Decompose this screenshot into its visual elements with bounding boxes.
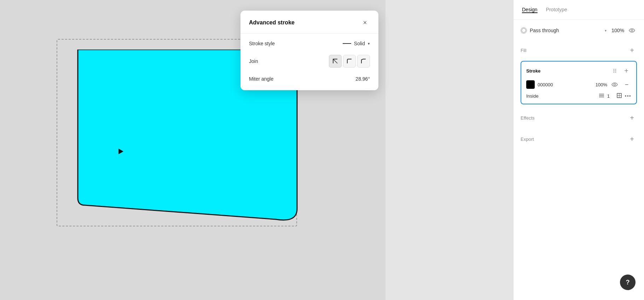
miter-join-icon <box>332 58 338 64</box>
chevron-down-icon: ▾ <box>368 41 370 46</box>
miter-angle-value[interactable]: 28.96° <box>355 76 370 82</box>
drag-dots-icon <box>613 68 617 73</box>
advanced-stroke-dialog: Advanced stroke × Stroke style Solid ▾ J… <box>240 11 378 90</box>
svg-point-7 <box>615 70 616 71</box>
stroke-width-value[interactable]: 1 <box>607 93 614 99</box>
svg-line-0 <box>333 59 337 63</box>
join-miter-button[interactable] <box>329 55 342 68</box>
stroke-color-hex[interactable]: 000000 <box>538 82 591 87</box>
stroke-visibility-button[interactable] <box>610 80 619 89</box>
stroke-drag-handle[interactable] <box>610 66 620 76</box>
eye-icon <box>629 28 635 33</box>
round-join-icon <box>346 58 353 64</box>
dialog-header: Advanced stroke × <box>240 11 378 34</box>
stroke-frame-icon <box>616 93 622 99</box>
dialog-body: Stroke style Solid ▾ Join <box>240 34 378 90</box>
miter-angle-label: Miter angle <box>249 76 273 82</box>
fill-section-header: Fill + <box>521 42 637 58</box>
svg-point-1 <box>522 28 526 33</box>
help-button[interactable]: ? <box>620 275 636 290</box>
effects-section-title: Effects <box>521 115 535 121</box>
svg-point-3 <box>614 69 614 70</box>
join-bevel-button[interactable] <box>357 55 370 68</box>
join-buttons-group <box>329 55 370 68</box>
stroke-opacity-value[interactable]: 100% <box>594 82 607 87</box>
right-panel: Design Prototype Pass through ▾ 100% Fil… <box>513 0 644 300</box>
stroke-section-title: Stroke <box>526 68 540 74</box>
pass-through-row: Pass through ▾ 100% <box>521 25 637 35</box>
stroke-style-row: Stroke style Solid ▾ <box>249 41 370 46</box>
panel-tabs: Design Prototype <box>514 0 644 20</box>
stroke-section: Stroke + <box>521 61 637 104</box>
svg-point-9 <box>614 84 616 86</box>
blend-mode-icon <box>521 27 527 34</box>
join-label: Join <box>249 58 258 64</box>
add-export-button[interactable]: + <box>627 134 637 144</box>
stroke-color-swatch[interactable] <box>526 80 535 89</box>
stroke-type-icon <box>599 93 604 99</box>
blend-mode-chevron-icon: ▾ <box>605 29 607 33</box>
stroke-style-label: Stroke style <box>249 41 275 46</box>
add-effect-button[interactable]: + <box>627 113 637 123</box>
frame-icon <box>616 93 622 98</box>
stroke-style-value: Solid <box>354 41 365 46</box>
stroke-eye-icon <box>611 82 618 87</box>
tab-design[interactable]: Design <box>522 7 538 13</box>
join-round-button[interactable] <box>343 55 356 68</box>
tab-prototype[interactable]: Prototype <box>546 7 567 13</box>
add-stroke-button[interactable]: + <box>621 66 631 76</box>
svg-point-6 <box>615 69 616 70</box>
blend-circle-icon <box>521 28 526 33</box>
join-row: Join <box>249 55 370 68</box>
add-fill-button[interactable]: + <box>627 45 637 55</box>
stroke-box-header: Stroke + <box>526 66 631 76</box>
stroke-color-row: 000000 100% − <box>526 80 631 89</box>
opacity-value[interactable]: 100% <box>609 28 624 33</box>
svg-point-5 <box>614 72 614 73</box>
dialog-title: Advanced stroke <box>249 19 295 26</box>
stroke-more-options-button[interactable]: ••• <box>625 93 631 99</box>
stroke-details-row: Inside 1 ••• <box>526 93 631 99</box>
miter-angle-row: Miter angle 28.96° <box>249 76 370 82</box>
remove-stroke-button[interactable]: − <box>622 80 631 89</box>
svg-point-4 <box>614 70 614 71</box>
stroke-line-icon <box>343 43 351 44</box>
svg-point-2 <box>631 30 633 31</box>
stroke-style-selector[interactable]: Solid ▾ <box>343 41 370 46</box>
stroke-lines-icon <box>599 93 604 98</box>
visibility-toggle-button[interactable] <box>627 25 637 35</box>
svg-point-8 <box>615 72 616 73</box>
fill-section-title: Fill <box>521 48 527 53</box>
bevel-join-icon <box>360 58 367 64</box>
stroke-position-label[interactable]: Inside <box>526 93 596 99</box>
pass-through-label[interactable]: Pass through <box>530 28 602 33</box>
export-section-header: Export + <box>521 131 637 147</box>
export-section-title: Export <box>521 137 534 142</box>
panel-body: Pass through ▾ 100% Fill + Stroke <box>514 20 644 300</box>
dialog-close-button[interactable]: × <box>360 18 370 28</box>
effects-section-header: Effects + <box>521 110 637 126</box>
